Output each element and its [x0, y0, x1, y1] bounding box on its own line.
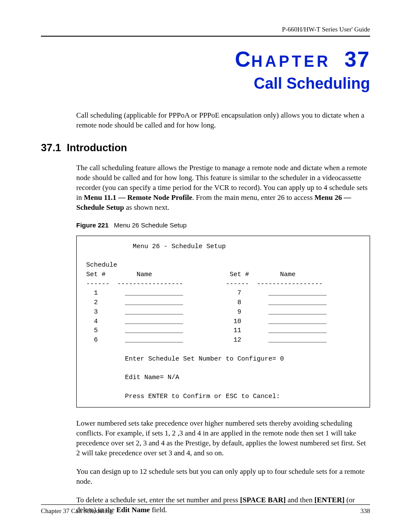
chapter-number: CHAPTER 37	[41, 47, 370, 72]
chapter-title: Call Scheduling	[41, 75, 370, 93]
page: P-660H/HW-T Series User' Guide CHAPTER 3…	[0, 0, 411, 532]
section-number: 37.1	[41, 142, 61, 153]
footer-row: Chapter 37 Call Scheduling 338	[41, 507, 370, 515]
figure-label: Figure 221	[76, 221, 109, 229]
para4-pre: To delete a schedule set, enter the set …	[76, 496, 240, 504]
figure-caption-text: Menu 26 Schedule Setup	[114, 221, 187, 229]
paragraph-precedence: Lower numbered sets take precedence over…	[76, 419, 370, 458]
intro-paragraph: Call scheduling (applicable for PPPoA or…	[76, 111, 370, 131]
chapter-word-prefix: C	[235, 47, 251, 72]
paragraph-design: You can design up to 12 schedule sets bu…	[76, 467, 370, 487]
footer-left: Chapter 37 Call Scheduling	[41, 507, 112, 515]
para4-b2: [ENTER]	[314, 496, 345, 504]
para4-b1: [SPACE BAR]	[240, 496, 286, 504]
section-paragraph: The call scheduling feature allows the P…	[76, 163, 370, 213]
header-rule	[41, 36, 370, 37]
chapter-word-rest: HAPTER	[251, 53, 330, 70]
section-para-post: as shown next.	[124, 203, 169, 212]
section-para-bold1: Menu 11.1 — Remote Node Profile	[84, 193, 192, 202]
footer-rule	[41, 504, 370, 505]
para4-mid1: and then	[286, 496, 314, 504]
section-heading: 37.1 Introduction	[41, 142, 370, 154]
terminal-box: Menu 26 - Schedule Setup Schedule Set # …	[76, 236, 370, 408]
footer-right: 338	[361, 507, 371, 515]
figure-caption: Figure 221 Menu 26 Schedule Setup	[76, 221, 370, 229]
section-para-mid: . From the main menu, enter 26 to access	[192, 193, 314, 202]
footer: Chapter 37 Call Scheduling 338	[41, 504, 370, 515]
chapter-num: 37	[344, 47, 370, 72]
section-title: Introduction	[67, 142, 127, 153]
running-header: P-660H/HW-T Series User' Guide	[41, 26, 370, 33]
